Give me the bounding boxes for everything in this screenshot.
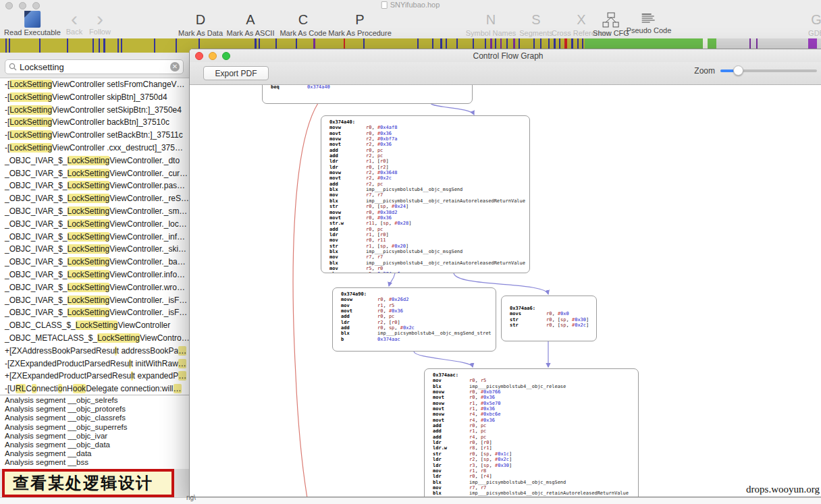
symbol-row[interactable]: -[LockSettingViewController .cxx_destruc… — [0, 142, 189, 155]
nav-stripe — [92, 38, 94, 53]
asm-line: movr7, r7 — [329, 192, 529, 198]
asm-line: ldrr0, [r4] — [433, 474, 638, 479]
asm-block-0x374a40[interactable]: 0x374a40:movwr0, #0x4af8movtr0, #0x36mov… — [321, 115, 530, 273]
symbol-row[interactable]: _OBJC_IVAR_$_LockSettingViewController._… — [0, 256, 189, 269]
asm-line: ldrr1, [r0] — [329, 232, 529, 237]
asm-block-partial[interactable]: cmp.wr4, #0x11111111beq0x374a40 — [262, 85, 473, 104]
asm-line: addr2, pc — [329, 153, 529, 159]
symbol-row[interactable]: _OBJC_IVAR_$_LockSettingViewController.i… — [0, 269, 189, 281]
cfg-window-title: Control Flow Graph — [190, 51, 821, 61]
toolbar-item-label: Show CFG — [593, 30, 629, 37]
toolbar-glyph-‹: ‹ — [66, 11, 82, 27]
asm-line: ldr.wr8, [r1] — [433, 445, 638, 451]
search-field[interactable]: ✕ — [5, 59, 184, 74]
symbol-row[interactable]: _OBJC_IVAR_$_LockSettingViewController._… — [0, 306, 189, 319]
toolbar-item-mark-as-data[interactable]: DMark As Data — [178, 11, 223, 38]
symbol-row[interactable]: _OBJC_IVAR_$_LockSettingViewController._… — [0, 294, 189, 307]
toolbar-item-symbol-names[interactable]: NSymbol Names — [466, 11, 517, 38]
minimize-window-icon[interactable] — [19, 2, 26, 9]
window-title: SNYifubao.hop — [390, 1, 440, 9]
symbol-row[interactable]: -[LockSettingViewController setSkipBtn:]… — [0, 104, 189, 117]
toolbar-item-label: Mark As ASCII — [227, 30, 275, 37]
asm-line: movwr0, #0x38d2 — [329, 210, 529, 215]
asm-line: movwr0, #0x4af8 — [329, 125, 529, 130]
toolbar-item-mark-as-procedure[interactable]: PMark As Procedure — [328, 11, 392, 38]
toolbar-item-show-cfg[interactable]: Show CFG — [593, 11, 629, 38]
asm-line: movr1, r5 — [341, 303, 496, 308]
symbol-row[interactable]: -[LockSettingViewController setBackBtn:]… — [0, 129, 189, 142]
symbol-row[interactable]: -[URLConnectionHookDelegate connection:w… — [0, 383, 189, 395]
symbol-row[interactable]: _OBJC_IVAR_$_LockSettingViewController._… — [0, 231, 189, 244]
asm-line: strr1, [sp, #0x20] — [329, 244, 529, 249]
zoom-slider[interactable] — [720, 69, 817, 72]
symbol-row[interactable]: _OBJC_IVAR_$_LockSettingViewController._… — [0, 192, 189, 205]
asm-line: ldrr3, [sp, #0x30] — [433, 463, 638, 468]
symbol-row[interactable]: _OBJC_IVAR_$_LockSettingViewController._… — [0, 243, 189, 256]
segment-row[interactable]: Analysis segment __objc_superrefs — [0, 423, 189, 432]
symbol-row[interactable]: -[ZXExpandedProductParsedResult initWith… — [0, 358, 189, 370]
toolbar-item-follow[interactable]: ›Follow — [89, 11, 111, 38]
clear-search-icon[interactable]: ✕ — [170, 62, 180, 72]
asm-line: addr2, pc — [329, 181, 529, 187]
segment-row[interactable]: Analysis segment __objc_data — [0, 441, 189, 449]
asm-line: str.wr11, [sp, #0x28] — [329, 221, 529, 226]
symbol-row[interactable]: +[ZXAddressBookParsedResult addressBookP… — [0, 345, 189, 358]
symbol-row[interactable]: _OBJC_IVAR_$_LockSettingViewController.w… — [0, 281, 189, 294]
status-text-fragment: ng\ — [186, 494, 196, 501]
toolbar-item-pseudo-code[interactable]: Pseudo Code — [627, 11, 672, 38]
toolbar-glyph-A: A — [227, 11, 275, 28]
symbol-row[interactable]: +[ZXExpandedProductParsedResult expanded… — [0, 370, 189, 383]
segment-row[interactable]: Analysis segment __objc_selrefs — [0, 396, 189, 405]
asm-line: blximp___picsymbolstub4__objc_retainAuto… — [329, 260, 529, 266]
segment-row[interactable]: Analysis segment __objc_classrefs — [0, 414, 189, 422]
toolbar-glyph-P: P — [328, 11, 392, 28]
toolbar-item-mark-as-code[interactable]: CMark As Code — [280, 11, 326, 38]
nav-stripe — [99, 38, 100, 53]
asm-block-0x374aa6[interactable]: 0x374aa6:movsr0, #0x0strr0, [sp, #0x30]s… — [501, 296, 597, 341]
toolbar-item-read-executable[interactable]: Read Executable — [4, 11, 61, 38]
main-toolbar: Read Executable‹Back›FollowDMark As Data… — [0, 11, 821, 38]
toolbar-item-label: Mark As Data — [178, 30, 223, 37]
segment-row[interactable]: Analysis segment __objc_protorefs — [0, 405, 189, 414]
asm-block-0x374aac[interactable]: 0x374aac:movr0, r5blximp___picsymbolstub… — [424, 368, 639, 497]
symbol-row[interactable]: -[LockSettingViewController setIsFromCha… — [0, 78, 189, 91]
toolbar-item-back[interactable]: ‹Back — [66, 11, 82, 38]
toolbar-item-label: Read Executable — [4, 29, 61, 36]
symbol-row[interactable]: _OBJC_IVAR_$_LockSettingViewController._… — [0, 218, 189, 231]
asm-line: cbzr5, 0x374aa6 — [329, 271, 529, 273]
read-executable-icon — [24, 11, 41, 28]
asm-line: strr0, [sp, #0x2c] — [510, 323, 596, 328]
toolbar-item-gdb[interactable]: GGDB — [808, 11, 821, 38]
search-input[interactable] — [20, 62, 170, 72]
asm-line: movr0, r11 — [329, 237, 529, 243]
symbol-row[interactable]: _OBJC_IVAR_$_LockSettingViewController._… — [0, 155, 189, 167]
toolbar-item-segments[interactable]: SSegments — [519, 11, 553, 38]
asm-line: ldrr0, [r0] — [433, 440, 638, 445]
symbol-row[interactable]: _OBJC_IVAR_$_LockSettingViewController._… — [0, 167, 189, 180]
toolbar-item-mark-as-ascii[interactable]: AMark As ASCII — [227, 11, 275, 38]
export-pdf-button[interactable]: Export PDF — [203, 66, 269, 80]
symbol-row[interactable]: _OBJC_CLASS_$_LockSettingViewController — [0, 319, 189, 332]
asm-block-0x374a90[interactable]: 0x374a90:movwr0, #0x26d2movr1, r5movtr0,… — [332, 287, 496, 352]
cfg-titlebar[interactable]: Control Flow Graph — [190, 49, 821, 62]
asm-line: blximp___picsymbolstub4__objc_retainAuto… — [433, 491, 638, 496]
symbol-row[interactable]: _OBJC_METACLASS_$_LockSettingViewContro… — [0, 332, 189, 345]
asm-line: strr0, [sp, #0x1c] — [433, 451, 638, 457]
main-status-bar: ng\ — [0, 497, 821, 504]
zoom-window-icon[interactable] — [32, 2, 40, 9]
segment-row[interactable]: Analysis segment __objc_ivar — [0, 432, 189, 441]
asm-line: movtr0, #0x36 — [433, 395, 638, 400]
close-window-icon[interactable] — [5, 2, 13, 9]
symbol-row[interactable]: _OBJC_IVAR_$_LockSettingViewController._… — [0, 205, 189, 218]
symbol-row[interactable]: _OBJC_IVAR_$_LockSettingViewController.p… — [0, 179, 189, 192]
segment-row[interactable]: Analysis segment __bss — [0, 458, 189, 467]
segment-row[interactable]: Analysis segment __data — [0, 449, 189, 458]
cfg-canvas[interactable]: cmp.wr4, #0x11111111beq0x374a400x374a40:… — [190, 85, 821, 497]
asm-line: movsr0, #0x0 — [510, 311, 596, 316]
zoom-slider-thumb[interactable] — [733, 65, 743, 76]
symbol-row[interactable]: -[LockSettingViewController backBtn]_375… — [0, 116, 189, 129]
toolbar-item-label: GDB — [808, 30, 821, 37]
screen: SNYifubao.hop Read Executable‹Back›Follo… — [0, 0, 821, 504]
toolbar-glyph-D: D — [178, 11, 223, 28]
symbol-row[interactable]: -[LockSettingViewController skipBtn]_375… — [0, 91, 189, 104]
